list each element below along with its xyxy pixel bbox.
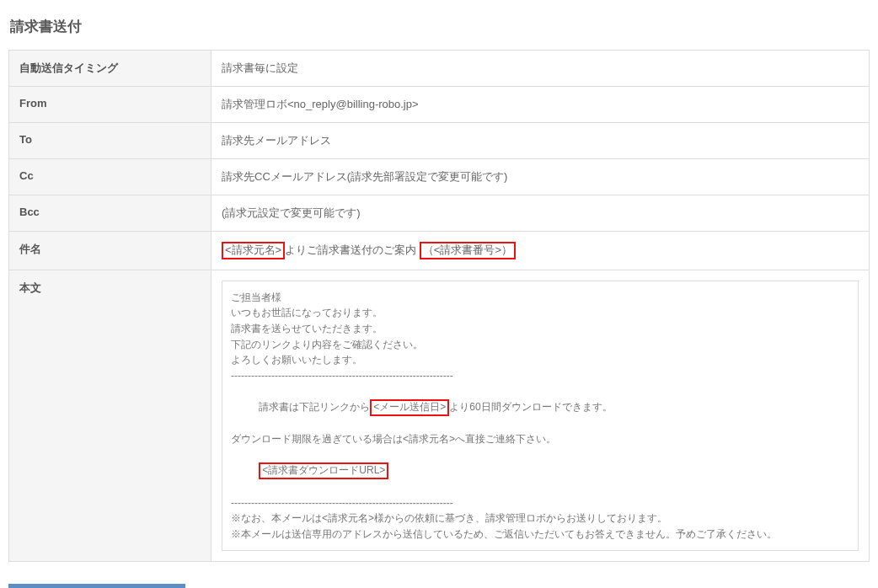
page-title: 請求書送付: [10, 17, 870, 36]
body-line: 請求書は下記リンクから<メール送信日>より60日間ダウンロードできます。: [231, 383, 849, 431]
value-from: 請求管理ロボ<no_reply@billing-robo.jp>: [211, 87, 870, 123]
body-divider: ----------------------------------------…: [231, 495, 849, 511]
label-bcc: Bcc: [9, 195, 211, 232]
body-line: <請求書ダウンロードURL>: [231, 447, 849, 495]
value-body: ご担当者様 いつもお世話になっております。 請求書を送らせていただきます。 下記…: [211, 270, 870, 562]
confirm-button[interactable]: 確認: [8, 584, 185, 588]
subject-token-invoice-no: （<請求書番号>）: [420, 242, 516, 259]
body-line: いつもお世話になっております。: [231, 305, 849, 321]
body-line: ダウンロード期限を過ぎている場合は<請求元名>へ直接ご連絡下さい。: [231, 431, 849, 447]
mail-body-preview: ご担当者様 いつもお世話になっております。 請求書を送らせていただきます。 下記…: [222, 281, 859, 552]
value-to: 請求先メールアドレス: [211, 123, 870, 159]
label-timing: 自動送信タイミング: [9, 51, 211, 87]
body-text: 請求書は下記リンクから: [259, 401, 370, 413]
subject-token-sender: <請求元名>: [222, 242, 285, 259]
body-note: ※なお、本メールは<請求元名>様からの依頼に基づき、請求管理ロボからお送りしてお…: [231, 510, 849, 527]
value-subject: <請求元名>よりご請求書送付のご案内 （<請求書番号>）: [211, 232, 870, 270]
label-body: 本文: [9, 270, 211, 562]
body-line: よろしくお願いいたします。: [231, 352, 849, 368]
body-text: より60日間ダウンロードできます。: [449, 401, 612, 413]
subject-text-mid: よりご請求書送付のご案内: [285, 243, 416, 256]
label-to: To: [9, 123, 211, 159]
value-timing: 請求書毎に設定: [211, 51, 870, 87]
body-line: 下記のリンクより内容をご確認ください。: [231, 337, 849, 353]
body-line: 請求書を送らせていただきます。: [231, 321, 849, 337]
value-cc: 請求先CCメールアドレス(請求先部署設定で変更可能です): [211, 159, 870, 195]
body-token-send-date: <メール送信日>: [370, 399, 449, 416]
label-cc: Cc: [9, 159, 211, 195]
label-from: From: [9, 87, 211, 123]
label-subject: 件名: [9, 232, 211, 270]
mail-settings-table: 自動送信タイミング 請求書毎に設定 From 請求管理ロボ<no_reply@b…: [8, 50, 870, 562]
body-line: ご担当者様: [231, 290, 849, 306]
value-bcc: (請求元設定で変更可能です): [211, 195, 870, 232]
body-note: ※本メールは送信専用のアドレスから送信しているため、ご返信いただいてもお答えでき…: [231, 527, 849, 543]
body-token-download-url: <請求書ダウンロードURL>: [259, 462, 388, 479]
body-divider: ----------------------------------------…: [231, 368, 849, 384]
